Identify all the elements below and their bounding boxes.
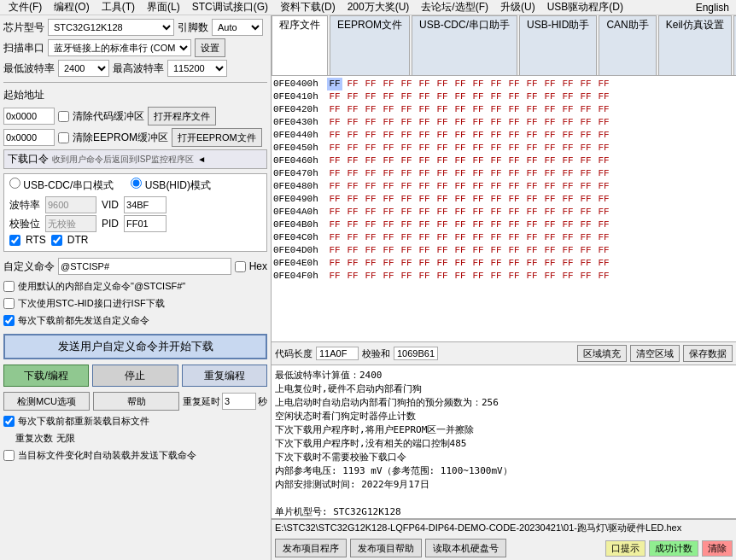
send-before-dl-cb[interactable] (3, 315, 15, 326)
hex-byte[interactable]: FF (363, 90, 378, 103)
hex-byte[interactable]: FF (596, 116, 611, 129)
hex-byte[interactable]: FF (578, 78, 593, 90)
hex-byte[interactable]: FF (327, 155, 342, 167)
publish-help-btn[interactable]: 发布项目帮助 (350, 539, 422, 557)
tab-usb-hid[interactable]: USB-HID助手 (519, 15, 597, 75)
hex-byte[interactable]: FF (417, 270, 432, 283)
hex-byte[interactable]: FF (399, 257, 414, 270)
hex-byte[interactable]: FF (470, 90, 486, 103)
hex-byte[interactable]: FF (327, 142, 342, 155)
hex-byte[interactable]: FF (578, 129, 593, 142)
hex-byte[interactable]: FF (363, 206, 378, 219)
hex-byte[interactable]: FF (524, 129, 540, 142)
hex-byte[interactable]: FF (399, 116, 414, 129)
hex-byte[interactable]: FF (399, 90, 414, 103)
hex-byte[interactable]: FF (345, 142, 360, 155)
hex-byte[interactable]: FF (417, 206, 432, 219)
hex-byte[interactable]: FF (578, 270, 593, 283)
hex-byte[interactable]: FF (435, 142, 450, 155)
hex-byte[interactable]: FF (542, 244, 558, 257)
hex-byte[interactable]: FF (470, 167, 486, 180)
hex-byte[interactable]: FF (417, 116, 432, 129)
hex-byte[interactable]: FF (596, 103, 611, 116)
hex-byte[interactable]: FF (417, 180, 432, 193)
hex-byte[interactable]: FF (596, 244, 611, 257)
hex-byte[interactable]: FF (381, 167, 396, 180)
mode-usb-cdc-label[interactable]: USB-CDC/串口模式 (9, 178, 114, 193)
menu-file[interactable]: 文件(F) (3, 0, 47, 15)
hex-byte[interactable]: FF (470, 244, 486, 257)
hex-byte[interactable]: FF (506, 167, 522, 180)
hex-byte[interactable]: FF (470, 116, 486, 129)
settings-button[interactable]: 设置 (195, 38, 225, 57)
hex-byte[interactable]: FF (506, 129, 522, 142)
hex-byte[interactable]: FF (596, 231, 611, 244)
hex-byte[interactable]: FF (363, 103, 378, 116)
hex-byte[interactable]: FF (596, 90, 611, 103)
mode-usb-hid-radio[interactable] (131, 178, 142, 189)
hex-byte[interactable]: FF (417, 78, 432, 90)
hex-byte[interactable]: FF (327, 129, 342, 142)
hex-byte[interactable]: FF (453, 142, 468, 155)
hex-byte[interactable]: FF (596, 257, 611, 270)
hex-byte[interactable]: FF (470, 206, 486, 219)
hex-byte[interactable]: FF (488, 206, 504, 219)
hex-byte[interactable]: FF (560, 180, 575, 193)
hex-byte[interactable]: FF (470, 78, 486, 90)
hex-byte[interactable]: FF (363, 142, 378, 155)
hex-byte[interactable]: FF (488, 142, 504, 155)
hex-byte[interactable]: FF (488, 155, 504, 167)
hex-byte[interactable]: FF (524, 155, 540, 167)
hex-byte[interactable]: FF (578, 180, 593, 193)
hex-byte[interactable]: FF (435, 116, 450, 129)
menu-tools[interactable]: 工具(T) (96, 0, 140, 15)
hex-byte[interactable]: FF (345, 167, 360, 180)
hex-byte[interactable]: FF (506, 116, 522, 129)
hex-byte[interactable]: FF (488, 129, 504, 142)
hex-byte[interactable]: FF (524, 116, 540, 129)
hex-byte[interactable]: FF (560, 219, 575, 231)
hex-byte[interactable]: FF (399, 142, 414, 155)
hex-byte[interactable]: FF (560, 78, 575, 90)
hex-byte[interactable]: FF (435, 270, 450, 283)
hex-byte[interactable]: FF (470, 231, 486, 244)
hex-byte[interactable]: FF (560, 270, 575, 283)
hex-byte[interactable]: FF (578, 231, 593, 244)
download-button[interactable]: 下载/编程 (3, 365, 89, 387)
hex-byte[interactable]: FF (506, 270, 522, 283)
hex-byte[interactable]: FF (363, 129, 378, 142)
hex-byte[interactable]: FF (542, 103, 558, 116)
repeat-time-input[interactable] (222, 393, 256, 410)
hex-byte[interactable]: FF (363, 257, 378, 270)
hex-byte[interactable]: FF (345, 231, 360, 244)
hex-byte[interactable]: FF (345, 129, 360, 142)
hex-byte[interactable]: FF (453, 78, 468, 90)
addr1-input[interactable] (3, 108, 55, 125)
fill-btn[interactable]: 区域填充 (577, 345, 627, 362)
hex-byte[interactable]: FF (506, 78, 522, 90)
hex-byte[interactable]: FF (345, 219, 360, 231)
hex-byte[interactable]: FF (417, 167, 432, 180)
menu-download[interactable]: 资料下载(D) (275, 0, 341, 15)
hex-byte[interactable]: FF (363, 155, 378, 167)
hex-byte[interactable]: FF (542, 206, 558, 219)
hex-byte[interactable]: FF (470, 270, 486, 283)
hex-byte[interactable]: FF (470, 257, 486, 270)
menu-upgrade[interactable]: 升级(U) (495, 0, 540, 15)
help-button[interactable]: 帮助 (93, 392, 179, 411)
hex-byte[interactable]: FF (417, 103, 432, 116)
hex-byte[interactable]: FF (453, 206, 468, 219)
hex-byte[interactable]: FF (578, 167, 593, 180)
hex-byte[interactable]: FF (417, 129, 432, 142)
hex-byte[interactable]: FF (381, 257, 396, 270)
hex-byte[interactable]: FF (327, 193, 342, 206)
hex-byte[interactable]: FF (560, 257, 575, 270)
dtr-cb[interactable] (51, 235, 62, 246)
clear-badge[interactable]: 清除 (702, 540, 733, 557)
detect-mcu-button[interactable]: 检测MCU选项 (3, 392, 90, 411)
menu-usb-driver[interactable]: USB驱动程序(D) (542, 0, 628, 15)
hex-byte[interactable]: FF (327, 231, 342, 244)
hex-byte[interactable]: FF (506, 142, 522, 155)
hex-byte[interactable]: FF (524, 231, 540, 244)
hex-byte[interactable]: FF (381, 129, 396, 142)
